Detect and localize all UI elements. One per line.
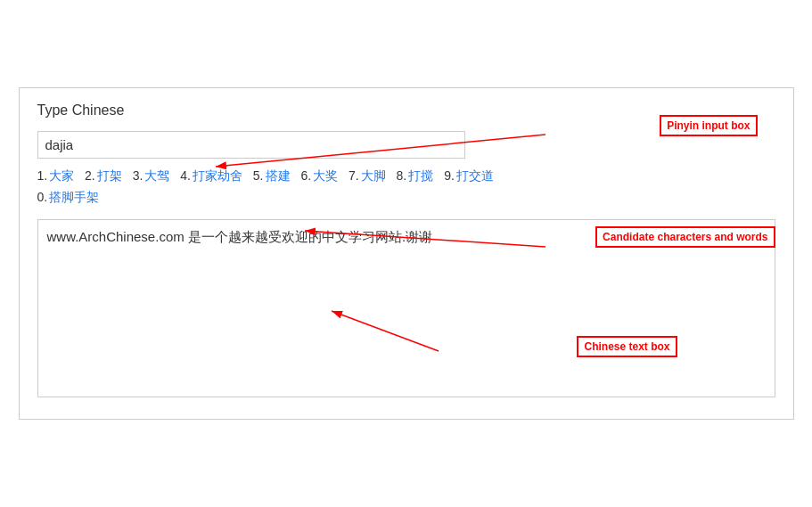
candidate-1[interactable]: 大家 [49, 168, 74, 183]
candidate-7[interactable]: 大脚 [361, 168, 386, 183]
main-container: Type Chinese 1.大家 2.打架 3.大驾 4.打家劫舍 5.搭建 … [19, 87, 794, 420]
candidate-num-6: 6. [300, 168, 311, 183]
candidate-9[interactable]: 打交道 [456, 168, 494, 183]
candidate-num-8: 8. [397, 168, 407, 183]
candidate-3[interactable]: 大驾 [144, 168, 169, 183]
candidates-row: 1.大家 2.打架 3.大驾 4.打家劫舍 5.搭建 6.大奖 7.大脚 8.打… [37, 166, 775, 209]
pinyin-annotation: Pinyin input box [660, 115, 757, 136]
candidate-0[interactable]: 搭脚手架 [49, 190, 99, 204]
candidate-num-9: 9. [444, 168, 455, 183]
candidate-6[interactable]: 大奖 [313, 168, 338, 183]
candidate-num-7: 7. [349, 168, 359, 183]
candidate-num-5: 5. [253, 168, 264, 183]
candidate-num-1: 1. [37, 168, 48, 183]
pinyin-input[interactable] [37, 131, 465, 159]
candidates-annotation: Candidate characters and words [595, 226, 775, 248]
candidate-5[interactable]: 搭建 [266, 168, 291, 183]
candidate-2[interactable]: 打架 [97, 168, 122, 183]
candidate-num-0: 0. [37, 190, 48, 204]
candidate-8[interactable]: 打搅 [408, 168, 433, 183]
candidate-num-2: 2. [85, 168, 95, 183]
chinese-box-annotation: Chinese text box [577, 336, 677, 357]
candidate-num-3: 3. [133, 168, 144, 183]
candidate-num-4: 4. [180, 168, 191, 183]
candidate-4[interactable]: 打家劫舍 [193, 168, 242, 183]
